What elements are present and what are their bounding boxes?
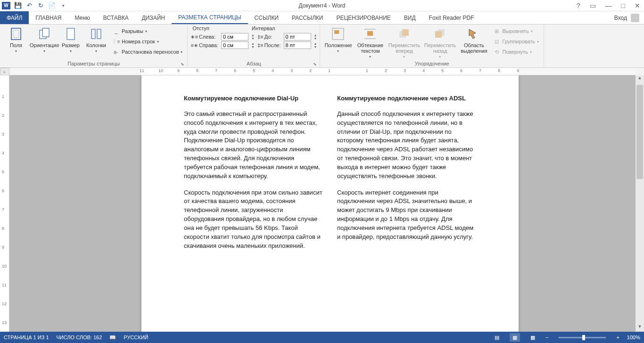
spin-down-icon[interactable]: ▼ xyxy=(251,37,255,40)
spin-down-icon[interactable]: ▼ xyxy=(251,45,255,49)
page-setup-launcher-icon[interactable]: ⬊ xyxy=(181,62,184,66)
spacing-before-icon: ‡≡ xyxy=(257,34,264,40)
column-1: Коммутируемое подключение Dial-Up Это са… xyxy=(184,94,323,258)
zoom-slider-handle[interactable] xyxy=(582,335,585,340)
col1-para1: Это самый известный и распространенный с… xyxy=(184,110,323,181)
breaks-icon: ⎯ xyxy=(112,27,120,35)
vertical-ruler[interactable]: 12345678910111213 xyxy=(0,75,9,332)
tab-view[interactable]: ВИД xyxy=(397,11,422,24)
tab-mailings[interactable]: РАССЫЛКИ xyxy=(285,11,330,24)
horizontal-ruler[interactable]: 1110987654321123456789 xyxy=(9,68,636,75)
zoom-in-icon[interactable]: + xyxy=(616,335,619,340)
title-bar: W 💾 ↶ ↻ 📄 ▾ Документ4 - Word ? ▭ — □ ✕ xyxy=(0,0,644,11)
tab-file[interactable]: ФАЙЛ xyxy=(0,11,29,24)
orientation-button[interactable]: Ориентация ▾ xyxy=(31,25,58,54)
wrap-text-button[interactable]: Обтекание текстом▾ xyxy=(355,25,385,60)
status-page[interactable]: СТРАНИЦА 1 ИЗ 1 xyxy=(4,335,49,340)
spin-up-icon[interactable]: ▲ xyxy=(314,33,317,37)
paragraph-launcher-icon[interactable]: ⬊ xyxy=(313,62,317,66)
zoom-level[interactable]: 100% xyxy=(627,335,640,340)
vertical-scrollbar[interactable]: ▲ ▼ xyxy=(636,75,644,332)
columns-button[interactable]: Колонки ▾ xyxy=(84,25,108,54)
column-2: Коммутируемое подключение через ADSL Дан… xyxy=(337,94,476,258)
user-avatar-icon[interactable] xyxy=(631,14,639,22)
group-objects-button[interactable]: ⊡Группировать▾ xyxy=(491,37,541,46)
zoom-out-icon[interactable]: − xyxy=(545,335,548,340)
indent-left-input[interactable] xyxy=(221,33,248,41)
tab-home[interactable]: ГЛАВНАЯ xyxy=(29,11,68,24)
minimize-icon[interactable]: — xyxy=(603,2,614,9)
spacing-after-icon: ‡≡ xyxy=(257,42,264,48)
spacing-before-label: ‡≡До: xyxy=(257,34,281,40)
qat-dropdown-icon[interactable]: ▾ xyxy=(59,2,67,9)
line-numbers-icon: ⋮≡ xyxy=(112,38,120,45)
status-language[interactable]: РУССКИЙ xyxy=(124,335,148,340)
line-numbers-button[interactable]: ⋮≡Номера строк▾ xyxy=(110,37,184,46)
maximize-icon[interactable]: □ xyxy=(619,2,627,9)
spin-up-icon[interactable]: ▲ xyxy=(251,33,255,37)
svg-rect-4 xyxy=(67,28,74,40)
position-button[interactable]: Положение▾ xyxy=(323,25,353,54)
rotate-icon: ⟲ xyxy=(493,48,500,56)
wrap-text-icon xyxy=(363,26,378,41)
bring-forward-button[interactable]: Переместить вперед▾ xyxy=(387,25,421,60)
tab-review[interactable]: РЕЦЕНЗИРОВАНИЕ xyxy=(330,11,397,24)
spacing-before-input[interactable] xyxy=(284,33,311,41)
ribbon-options-icon[interactable]: ▭ xyxy=(588,2,598,9)
svg-rect-8 xyxy=(334,30,339,34)
svg-rect-1 xyxy=(13,30,19,38)
spacing-after-input[interactable] xyxy=(284,41,311,49)
rotate-button[interactable]: ⟲Повернуть▾ xyxy=(491,47,541,57)
quick-access-toolbar: W 💾 ↶ ↻ 📄 ▾ xyxy=(2,2,67,9)
hyphenation-button[interactable]: a-Расстановка переносов▾ xyxy=(110,47,184,57)
margins-icon xyxy=(8,26,24,41)
scrollbar-thumb[interactable] xyxy=(636,85,643,179)
svg-rect-15 xyxy=(435,31,442,38)
redo-icon[interactable]: ↻ xyxy=(37,2,44,9)
group-paragraph-label: Абзац xyxy=(247,61,261,66)
group-arrange-label: Упорядочение xyxy=(415,61,449,66)
tab-page-layout[interactable]: РАЗМЕТКА СТРАНИЦЫ xyxy=(172,11,248,24)
ruler-corner: L xyxy=(0,68,9,75)
tab-menu[interactable]: Меню xyxy=(68,11,96,24)
word-app-icon: W xyxy=(2,2,10,9)
status-word-count[interactable]: ЧИСЛО СЛОВ: 162 xyxy=(57,335,102,340)
proofing-icon[interactable]: 📖 xyxy=(109,335,116,341)
send-backward-icon xyxy=(432,26,447,41)
spin-up-icon[interactable]: ▲ xyxy=(251,42,255,45)
help-icon[interactable]: ? xyxy=(575,2,582,9)
tab-insert[interactable]: ВСТАВКА xyxy=(97,11,135,24)
size-button[interactable]: Размер ▾ xyxy=(59,25,82,54)
view-web-layout-icon[interactable]: ▩ xyxy=(528,333,538,342)
close-icon[interactable]: ✕ xyxy=(633,2,642,9)
zoom-slider[interactable] xyxy=(559,337,606,338)
orientation-icon xyxy=(37,26,52,41)
selection-pane-button[interactable]: Область выделения xyxy=(459,25,489,55)
document-area[interactable]: Коммутируемое подключение Dial-Up Это са… xyxy=(9,75,644,332)
indent-right-input[interactable] xyxy=(221,41,248,49)
breaks-button[interactable]: ⎯Разрывы▾ xyxy=(110,26,184,36)
spin-down-icon[interactable]: ▼ xyxy=(314,37,317,40)
save-icon[interactable]: 💾 xyxy=(14,2,22,9)
view-print-layout-icon[interactable]: ▦ xyxy=(510,333,520,342)
ribbon-tabs: ФАЙЛ ГЛАВНАЯ Меню ВСТАВКА ДИЗАЙН РАЗМЕТК… xyxy=(0,11,644,24)
tab-foxit[interactable]: Foxit Reader PDF xyxy=(422,11,481,24)
scroll-down-icon[interactable]: ▼ xyxy=(636,324,644,332)
spin-down-icon[interactable]: ▼ xyxy=(314,45,317,49)
signin-link[interactable]: Вход xyxy=(614,15,627,21)
new-doc-icon[interactable]: 📄 xyxy=(48,2,56,9)
col1-para2: Скорость подключения при этом сильно зав… xyxy=(184,188,323,251)
spacing-header: Интервал xyxy=(252,25,275,31)
tab-references[interactable]: ССЫЛКИ xyxy=(248,11,285,24)
margins-button[interactable]: Поля ▾ xyxy=(3,25,29,54)
indent-left-icon: ∗≡ xyxy=(190,34,198,40)
spin-up-icon[interactable]: ▲ xyxy=(314,42,317,45)
scroll-up-icon[interactable]: ▲ xyxy=(636,75,644,83)
view-read-mode-icon[interactable]: ▤ xyxy=(492,333,502,342)
tab-design[interactable]: ДИЗАЙН xyxy=(135,11,172,24)
svg-rect-13 xyxy=(402,29,409,36)
send-backward-button[interactable]: Переместить назад▾ xyxy=(423,25,457,60)
page[interactable]: Коммутируемое подключение Dial-Up Это са… xyxy=(141,75,519,332)
undo-icon[interactable]: ↶ xyxy=(25,2,33,9)
align-button[interactable]: ⊞Выровнять▾ xyxy=(491,26,541,36)
